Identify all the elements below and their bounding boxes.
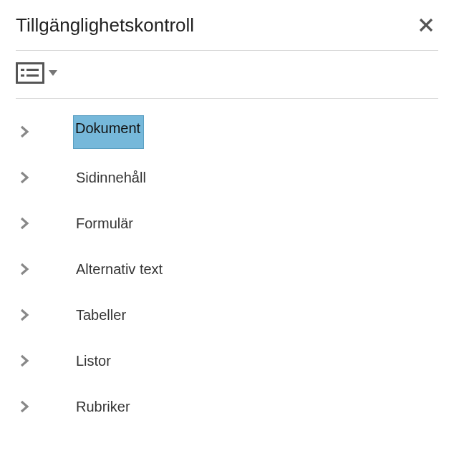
tree-item-rubriker[interactable]: Rubriker [16,394,438,419]
toolbar [16,51,438,99]
tree-item-label: Tabeller [73,303,129,328]
svg-rect-3 [21,69,24,71]
tree-item-label: Dokument [73,115,144,149]
chevron-right-icon [16,306,33,324]
tree-item-listor[interactable]: Listor [16,348,438,374]
tree-item-label: Listor [73,349,114,374]
tree-list: Dokument Sidinnehåll Formulär Alternativ… [16,99,438,419]
chevron-right-icon [16,215,33,232]
tree-item-label: Formulär [73,211,136,236]
svg-rect-2 [17,64,44,83]
panel-header: Tillgänglighetskontroll [16,13,438,51]
tree-item-dokument[interactable]: Dokument [16,119,438,145]
panel-title: Tillgänglighetskontroll [16,14,194,37]
close-icon [418,17,434,33]
svg-marker-7 [49,70,57,76]
svg-rect-5 [21,74,24,77]
chevron-right-icon [16,261,33,278]
tree-item-label: Alternativ text [73,257,165,282]
tree-item-sidinnehall[interactable]: Sidinnehåll [16,165,438,190]
svg-rect-4 [26,69,39,71]
chevron-right-icon [16,123,33,140]
tree-item-alternativ-text[interactable]: Alternativ text [16,256,438,282]
tree-item-label: Rubriker [73,394,133,419]
svg-rect-6 [26,74,39,77]
dropdown-caret-icon [49,70,57,76]
tree-item-tabeller[interactable]: Tabeller [16,302,438,328]
chevron-right-icon [16,398,33,415]
close-button[interactable] [414,13,438,37]
tree-item-formular[interactable]: Formulär [16,210,438,236]
chevron-right-icon [16,352,33,369]
list-options-icon [16,62,44,84]
chevron-right-icon [16,169,33,186]
tree-item-label: Sidinnehåll [73,165,149,190]
options-menu-button[interactable] [16,62,57,84]
